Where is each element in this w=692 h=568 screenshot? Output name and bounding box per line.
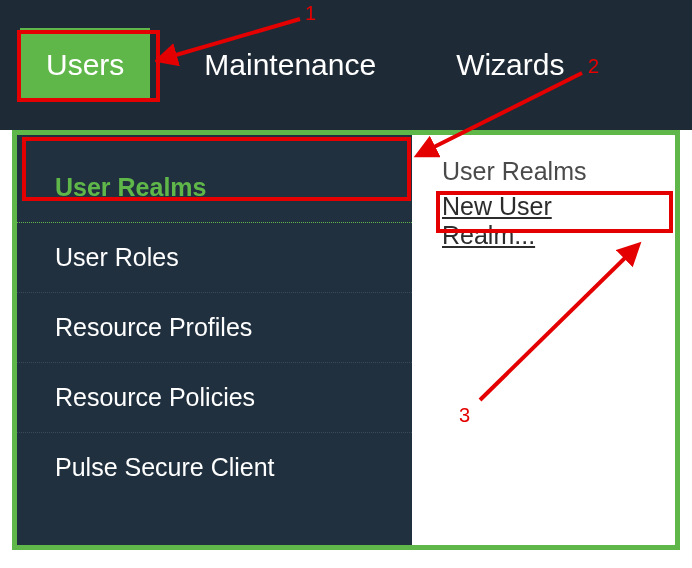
sidebar-item-resource-policies[interactable]: Resource Policies — [17, 363, 412, 433]
sidebar-item-pulse-secure-client[interactable]: Pulse Secure Client — [17, 433, 412, 502]
new-user-realm-link[interactable]: New User Realm... — [442, 192, 645, 250]
sidebar-item-user-realms[interactable]: User Realms — [17, 153, 412, 223]
main-heading: User Realms — [442, 157, 645, 186]
sidebar: User Realms User Roles Resource Profiles… — [17, 135, 412, 545]
tab-maintenance[interactable]: Maintenance — [178, 28, 402, 102]
tab-users[interactable]: Users — [20, 28, 150, 102]
tab-wizards[interactable]: Wizards — [430, 28, 590, 102]
sidebar-item-user-roles[interactable]: User Roles — [17, 223, 412, 293]
content-area: User Realms User Roles Resource Profiles… — [12, 130, 680, 550]
main-panel: User Realms New User Realm... — [412, 135, 675, 545]
sidebar-item-resource-profiles[interactable]: Resource Profiles — [17, 293, 412, 363]
top-nav-bar: Users Maintenance Wizards — [0, 0, 692, 130]
